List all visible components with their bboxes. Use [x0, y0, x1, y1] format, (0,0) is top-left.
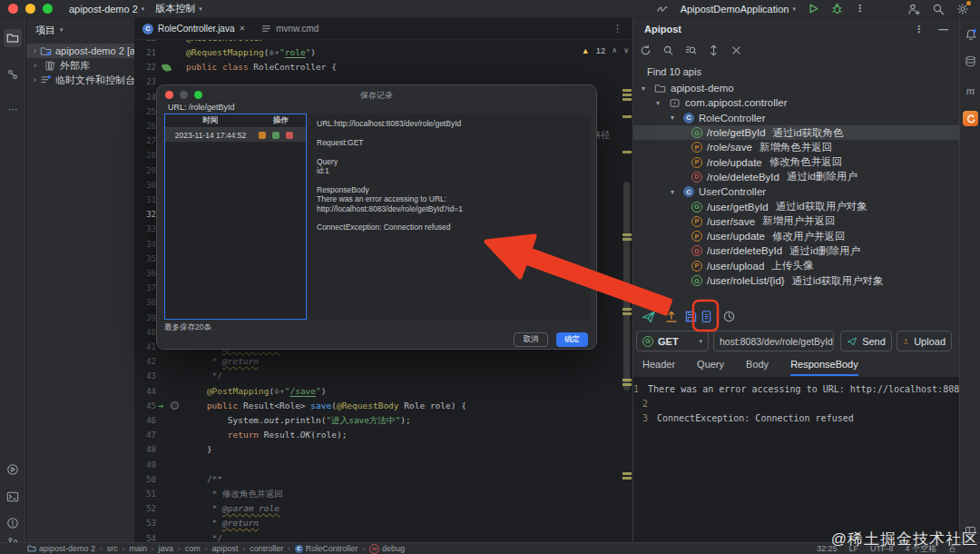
breadcrumb-item[interactable]: apipost — [211, 544, 238, 553]
api-tree-item[interactable]: D/role/deleteById通过id删除用户 — [633, 170, 959, 184]
add-user-button[interactable] — [907, 3, 920, 15]
send-button[interactable]: Send — [840, 331, 892, 351]
project-tree-item[interactable]: ›临时文件和控制台 — [26, 73, 134, 87]
api-tree-item[interactable]: D/user/deleteById通过id删除用户 — [633, 243, 959, 258]
upload-icon[interactable] — [663, 309, 679, 324]
breadcrumb-item[interactable]: main — [129, 544, 147, 553]
project-panel-header[interactable]: 项目 ▾ — [26, 18, 134, 42]
minimize-window-button[interactable] — [25, 4, 35, 14]
maven-tool-button[interactable]: m — [963, 83, 978, 98]
database-tool-button[interactable] — [963, 54, 978, 69]
more-actions-button[interactable]: ⋮ — [855, 3, 865, 15]
structure-tool-button[interactable] — [4, 65, 22, 84]
run-configuration-selector[interactable]: ApipostDemoApplication ▾ — [681, 4, 796, 15]
chevron-down-icon[interactable]: ▾ — [671, 114, 679, 122]
problems-tool-button[interactable] — [4, 514, 22, 532]
tab-mvnw[interactable]: mvnw.cmd — [253, 18, 327, 39]
maximize-window-button[interactable] — [43, 4, 53, 14]
previous-problem-icon[interactable]: ∧ — [612, 46, 617, 54]
tab-header[interactable]: Header — [642, 359, 675, 376]
record-row[interactable]: 2023-11-14 17:44:52 — [165, 128, 306, 142]
api-tree-item[interactable]: P/user/update修改用户并返回 — [633, 229, 959, 243]
delete-record-button[interactable] — [286, 132, 293, 139]
chevron-right-icon[interactable]: › — [34, 46, 36, 55]
search-icon[interactable] — [662, 45, 674, 56]
code-text: * @return — [186, 516, 259, 530]
breadcrumb-item[interactable]: java — [159, 544, 174, 553]
api-tree-node[interactable]: ▾CUserController — [633, 184, 959, 199]
close-tab-icon[interactable]: ✕ — [240, 25, 246, 33]
close-window-button[interactable] — [8, 4, 18, 14]
tab-rolecontroller[interactable]: C RoleController.java ✕ — [134, 18, 253, 39]
method-selector[interactable]: G GET ▾ — [636, 331, 709, 351]
settings-gear-button[interactable] — [956, 3, 969, 15]
api-tree-node[interactable]: ▾com.apipost.controller — [633, 95, 959, 110]
project-tree-item[interactable]: ›外部库 — [26, 58, 134, 73]
save-icon[interactable] — [683, 309, 699, 324]
more-tool-windows-button[interactable]: ⋯ — [4, 100, 22, 118]
run-tool-button[interactable] — [4, 460, 22, 479]
api-line-marker-icon[interactable] — [171, 401, 179, 410]
search-everywhere-button[interactable] — [932, 3, 945, 15]
project-tool-button[interactable] — [4, 29, 22, 47]
project-switcher-label: apipost-demo 2 — [69, 4, 138, 15]
upload-button[interactable]: Upload — [897, 331, 952, 351]
response-body-panel[interactable]: 1There was an error accessing to URL: ht… — [633, 377, 959, 542]
project-switcher[interactable]: apipost-demo 2 ▾ — [69, 4, 144, 15]
apipost-tool-button[interactable] — [963, 111, 978, 126]
ok-button[interactable]: 确定 — [556, 332, 588, 347]
breadcrumb-item[interactable]: mdebug — [369, 544, 405, 554]
history-icon[interactable] — [721, 309, 737, 324]
inspections-widget[interactable]: ▲ 12 ∧ ∨ — [582, 45, 629, 55]
refresh-icon[interactable] — [640, 45, 652, 56]
editor-scrollbar[interactable] — [623, 182, 630, 391]
tab-responsebody[interactable]: ResponseBody — [790, 359, 858, 376]
hide-panel-button[interactable]: — — [938, 24, 948, 35]
api-tree-item[interactable]: P/role/save新增角色并返回 — [633, 140, 959, 154]
chevron-down-icon[interactable]: ▾ — [656, 99, 664, 107]
breadcrumb-item[interactable]: apipost-demo 2 — [27, 544, 95, 553]
api-tree-item[interactable]: P/user/save新增用户并返回 — [633, 214, 959, 229]
url-input[interactable]: host:8083/dev/role/getById — [713, 331, 834, 351]
breadcrumb-item[interactable]: src — [107, 544, 118, 553]
chevron-right-icon[interactable]: › — [34, 75, 36, 84]
run-button[interactable] — [808, 3, 819, 15]
api-tree-item[interactable]: P/user/upload上传头像 — [633, 259, 959, 273]
breadcrumb-item[interactable]: CRoleController — [295, 544, 358, 553]
breadcrumb-item[interactable]: controller — [250, 544, 283, 553]
breadcrumb-item[interactable]: com — [185, 544, 201, 553]
api-tree-item[interactable]: P/role/update修改角色并返回 — [633, 154, 959, 169]
tab-body[interactable]: Body — [746, 359, 769, 376]
view-record-button[interactable] — [259, 132, 266, 139]
chevron-right-icon[interactable]: › — [34, 61, 40, 70]
collapse-all-icon[interactable] — [730, 45, 742, 56]
api-tree-node[interactable]: ▾apipost-demo — [633, 81, 959, 95]
code-text: */ — [186, 369, 222, 383]
api-tree-item[interactable]: G/user/roleList/{id}通过id获取用户对象 — [633, 273, 959, 288]
chevron-down-icon[interactable]: ▾ — [671, 188, 679, 196]
saved-records-icon[interactable] — [699, 309, 714, 324]
code-text: */ — [186, 531, 222, 542]
notifications-bell-icon[interactable] — [963, 26, 978, 42]
tab-query[interactable]: Query — [697, 359, 724, 376]
line-number: 30 — [134, 178, 156, 193]
line-number: 35 — [134, 252, 156, 266]
load-record-button[interactable] — [272, 132, 279, 139]
api-tree-item[interactable]: G/role/getById通过id获取角色 — [633, 125, 959, 140]
spring-bean-icon[interactable] — [162, 63, 172, 74]
api-tree-node[interactable]: ▾CRoleController — [633, 111, 959, 125]
chevron-down-icon[interactable]: ▾ — [642, 84, 650, 93]
project-tree-item[interactable]: ›apipost-demo 2 [ap — [26, 44, 134, 58]
cancel-button[interactable]: 取消 — [514, 332, 548, 347]
debug-button[interactable] — [831, 3, 843, 15]
locate-api-icon[interactable] — [685, 45, 697, 56]
send-request-icon[interactable] — [641, 309, 656, 324]
terminal-tool-button[interactable] — [4, 488, 22, 506]
panel-options-button[interactable]: ⋮ — [914, 24, 924, 35]
expand-all-icon[interactable] — [708, 45, 720, 56]
vcs-menu[interactable]: 版本控制 ▾ — [155, 2, 202, 15]
tab-options-button[interactable]: ⋮ — [612, 23, 623, 35]
api-description: 通过id获取用户对象 — [776, 200, 867, 213]
api-tree-item[interactable]: G/user/getById通过id获取用户对象 — [633, 199, 959, 213]
next-problem-icon[interactable]: ∨ — [623, 46, 629, 54]
